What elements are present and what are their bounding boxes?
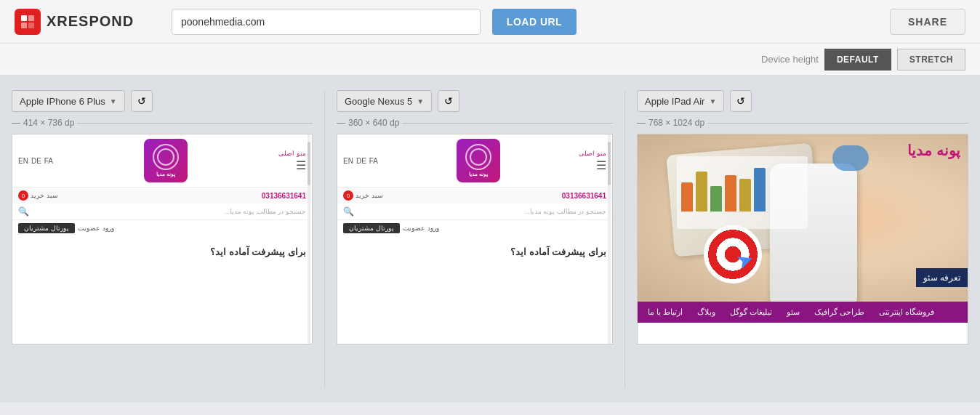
- iphone6plus-scrollbar-thumb: [308, 142, 310, 185]
- ipad-label: Apple IPad Air: [645, 96, 704, 107]
- ipad-dropdown[interactable]: Apple IPad Air ▼: [637, 90, 724, 112]
- iphone6plus-nav-row: پورتال مشتریان عضویت ورود: [12, 219, 312, 236]
- nexus5-header-left: EN DE FA: [343, 157, 378, 165]
- nexus5-lang-de[interactable]: DE: [356, 157, 366, 165]
- nexus5-search-row: 🔍 جستجو در مطالب پونه مدیا...: [337, 204, 612, 219]
- ipad-nav-blog[interactable]: وبلاگ: [693, 306, 720, 318]
- nexus5-dim-line: [402, 123, 613, 124]
- nexus5-selector: Google Nexus 5 ▼ ↺: [337, 90, 613, 112]
- nexus5-membership[interactable]: عضویت: [403, 225, 425, 232]
- nexus5-nav-links: عضویت ورود: [403, 225, 439, 232]
- nexus5-header-right: منو اصلی ☰: [579, 150, 606, 172]
- device-height-label: Device height: [761, 54, 819, 65]
- iphone6plus-login[interactable]: ورود: [103, 225, 114, 232]
- chart-bar-2: [696, 172, 707, 211]
- iphone6plus-content: EN DE FA پونه مدیا منو اصلی ☰: [12, 134, 312, 267]
- iphone6plus-menu-icon[interactable]: ☰: [296, 158, 306, 172]
- ipad-nav-google-ads[interactable]: تبلیغات گوگل: [726, 306, 776, 318]
- chart-bar-3: [710, 186, 722, 211]
- topbar: XRESPOND LOAD URL SHARE: [0, 0, 980, 44]
- nexus5-menu-label: منو اصلی: [579, 150, 606, 157]
- nexus5-dropdown-arrow: ▼: [417, 97, 424, 105]
- nexus5-phone-num: 03136631641: [562, 192, 606, 200]
- nexus5-lang-btns: EN DE FA: [343, 157, 378, 165]
- iphone6plus-scrollbar[interactable]: [308, 134, 310, 344]
- share-button[interactable]: SHARE: [890, 9, 965, 35]
- nexus5-dropdown[interactable]: Google Nexus 5 ▼: [337, 90, 432, 112]
- iphone6plus-hero-text: برای پیشرفت آماده اید؟: [210, 246, 306, 257]
- ipad-taarife-btn[interactable]: تعرفه سئو: [916, 268, 968, 287]
- iphone6plus-logo: پونه مدیا: [144, 139, 188, 182]
- nexus5-portal-btn[interactable]: پورتال مشتریان: [343, 223, 400, 233]
- default-height-button[interactable]: DEFAULT: [824, 49, 891, 70]
- app-logo-text: XRESPOND: [47, 13, 134, 30]
- svg-rect-3: [28, 23, 34, 28]
- nexus5-search-icon[interactable]: 🔍: [343, 206, 354, 217]
- ipad-chart-mockup: [677, 156, 808, 229]
- iphone6plus-contact-row: 0 سبد خرید 03136631641: [12, 188, 312, 204]
- iphone6plus-label: Apple IPhone 6 Plus: [20, 96, 105, 107]
- nexus5-label: Google Nexus 5: [345, 96, 412, 107]
- ipad-brand-text: پونه مدیا: [907, 142, 960, 159]
- ipad-nav-seo[interactable]: سئو: [782, 306, 804, 318]
- iphone6plus-membership[interactable]: عضویت: [78, 225, 100, 232]
- preview-area: Apple IPhone 6 Plus ▼ ↺ — 414 × 736 dp E…: [0, 76, 980, 403]
- chart-bar-5: [739, 179, 751, 211]
- ipad-nav-graphic[interactable]: طراحی گرافیک: [810, 306, 869, 318]
- iphone6plus-menu-label: منو اصلی: [278, 150, 306, 157]
- lang-fa[interactable]: FA: [44, 157, 53, 165]
- iphone6plus-search-row: 🔍 جستجو در مطالب پونه مدیا...: [12, 204, 312, 219]
- nexus5-lang-en[interactable]: EN: [343, 157, 353, 165]
- iphone6plus-dropdown-arrow: ▼: [110, 97, 117, 105]
- iphone6plus-search-placeholder: جستجو در مطالب پونه مدیا...: [32, 208, 306, 215]
- stretch-height-button[interactable]: STRETCH: [897, 49, 965, 70]
- ipad-target-icon: [704, 225, 762, 283]
- nexus5-dash-left: —: [337, 118, 345, 128]
- svg-rect-2: [21, 23, 27, 28]
- url-input[interactable]: [172, 9, 481, 35]
- device-nexus5-col: Google Nexus 5 ▼ ↺ — 360 × 640 dp EN DE …: [325, 90, 624, 388]
- chart-bar-6: [754, 168, 766, 211]
- nexus5-rotate-button[interactable]: ↺: [438, 90, 459, 112]
- ipad-nav-faroshgah[interactable]: فروشگاه اینترنتی: [875, 306, 939, 318]
- nexus5-logo-text: پونه مدیا: [469, 172, 488, 177]
- ipad-dropdown-arrow: ▼: [709, 97, 716, 105]
- nexus5-lang-fa[interactable]: FA: [369, 157, 378, 165]
- nexus5-cart-badge: 0: [343, 190, 353, 201]
- lang-en[interactable]: EN: [18, 157, 28, 165]
- iphone6plus-dropdown[interactable]: Apple IPhone 6 Plus ▼: [12, 90, 125, 112]
- iphone6plus-header-right: منو اصلی ☰: [278, 150, 306, 172]
- iphone6plus-logo-circle: [153, 144, 179, 170]
- ipad-nav-contact[interactable]: ارتباط با ما: [643, 306, 687, 318]
- iphone6plus-selector: Apple IPhone 6 Plus ▼ ↺: [12, 90, 313, 112]
- iphone6plus-portal-btn[interactable]: پورتال مشتریان: [18, 223, 75, 233]
- load-url-button[interactable]: LOAD URL: [492, 9, 577, 35]
- ipad-rotate-button[interactable]: ↺: [730, 90, 752, 112]
- nexus5-hero: برای پیشرفت آماده اید؟: [337, 236, 612, 267]
- ipad-dash-left: —: [637, 118, 646, 128]
- nexus5-logo: پونه مدیا: [457, 139, 500, 182]
- device-ipad-col: Apple IPad Air ▼ ↺ — 768 × 1024 dp: [625, 90, 980, 388]
- logo-icon: [15, 9, 41, 35]
- nexus5-logo-box: پونه مدیا: [457, 139, 500, 182]
- ipad-selector: Apple IPad Air ▼ ↺: [637, 90, 968, 112]
- nexus5-dimensions: — 360 × 640 dp: [337, 118, 613, 128]
- device-height-bar: Device height DEFAULT STRETCH: [0, 44, 980, 76]
- nexus5-login[interactable]: ورود: [427, 225, 439, 232]
- nexus5-header: EN DE FA پونه مدیا منو اصلی ☰: [337, 134, 612, 188]
- nexus5-nav-row: پورتال مشتریان عضویت ورود: [337, 219, 612, 236]
- iphone6plus-cart-label: سبد خرید: [31, 192, 58, 199]
- iphone6plus-logo-box: پونه مدیا: [144, 139, 188, 182]
- iphone6plus-search-icon[interactable]: 🔍: [18, 206, 29, 217]
- iphone6plus-rotate-button[interactable]: ↺: [131, 90, 153, 112]
- ipad-chart-bars: [681, 161, 803, 211]
- nexus5-scrollbar[interactable]: [608, 134, 611, 344]
- iphone6plus-logo-text: پونه مدیا: [156, 172, 175, 177]
- lang-de[interactable]: DE: [31, 157, 41, 165]
- nexus5-menu-icon[interactable]: ☰: [596, 158, 606, 172]
- chart-bar-1: [681, 182, 693, 211]
- iphone6plus-cart: 0 سبد خرید: [18, 190, 58, 201]
- iphone6plus-dim-value: 414 × 736 dp: [23, 118, 74, 128]
- nexus5-hero-text: برای پیشرفت آماده اید؟: [510, 246, 606, 257]
- nexus5-cart-label: سبد خرید: [356, 192, 383, 199]
